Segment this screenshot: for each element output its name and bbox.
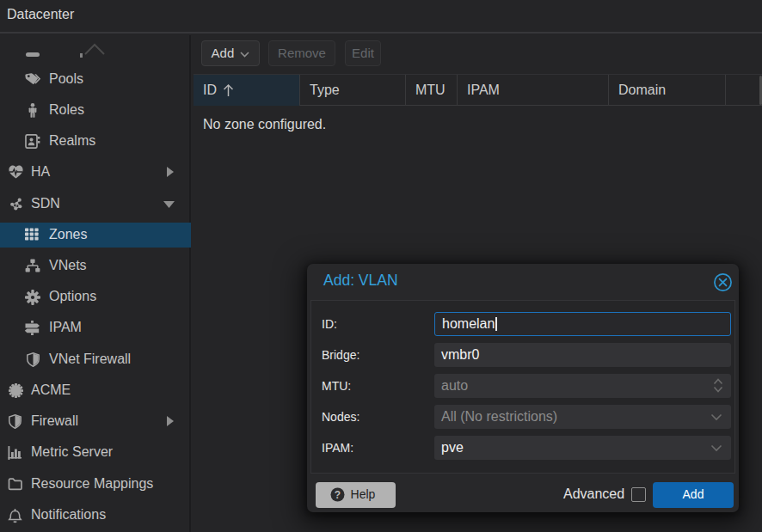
svg-text:?: ? (334, 488, 340, 500)
